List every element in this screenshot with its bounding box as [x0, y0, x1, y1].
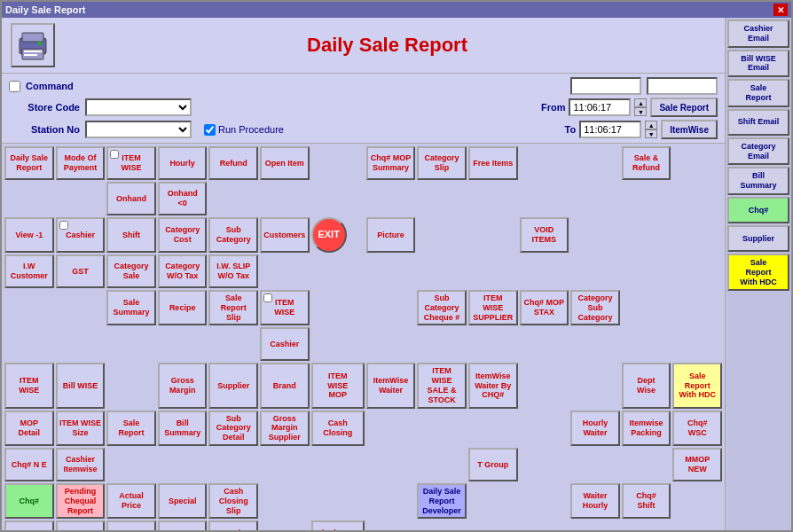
grid-btn-10-0[interactable]: Chq# MOP [4, 520, 54, 530]
grid-btn-0-1[interactable]: Mode Of Payment [56, 146, 106, 180]
grid-btn-8-13[interactable]: MMOP NEW [672, 448, 722, 481]
grid-btn-9-2[interactable]: Actual Price [106, 483, 156, 519]
grid-btn-7-12[interactable]: Itemwise Packing [622, 411, 671, 446]
grid-btn-6-5[interactable]: Brand [260, 363, 310, 408]
grid-btn-4-10[interactable]: Chq# MOP STAX [520, 290, 569, 325]
to-spin-down[interactable]: ▼ [645, 129, 657, 138]
grid-btn-6-1[interactable]: Bill WISE [56, 363, 106, 408]
sidebar-item-7[interactable]: Supplier [727, 225, 789, 252]
grid-btn-7-0[interactable]: MOP Detail [4, 411, 54, 446]
sidebar-item-1[interactable]: Bill WISE Email [727, 50, 789, 78]
grid-btn-7-2[interactable]: Sale Report [106, 411, 156, 446]
sidebar-item-3[interactable]: Shift Email [727, 109, 789, 136]
grid-btn-2-2[interactable]: Shift [106, 217, 156, 253]
grid-btn-0-2[interactable]: ITEM WISE [106, 146, 156, 180]
checkbox-2-1[interactable] [59, 221, 68, 230]
grid-btn-9-11[interactable]: Waiter Hourly [570, 483, 620, 519]
from-time-input[interactable] [569, 98, 631, 116]
grid-btn-3-3[interactable]: Category W/O Tax [158, 254, 208, 288]
grid-btn-6-13[interactable]: Sale Report With HDC [672, 363, 722, 408]
grid-btn-1-2[interactable]: Onhand [106, 182, 156, 215]
grid-btn-0-4[interactable]: Refund [208, 146, 258, 180]
store-code-select[interactable] [85, 98, 192, 116]
run-procedure-checkbox[interactable] [204, 124, 216, 136]
close-button[interactable]: ✕ [773, 4, 788, 16]
grid-btn-6-4[interactable]: Supplier [208, 363, 258, 408]
grid-btn-6-3[interactable]: Gross Margin [158, 363, 208, 408]
grid-btn-8-1[interactable]: Cashier Itemwise [56, 448, 106, 481]
grid-btn-7-4[interactable]: Sub Category Detail [208, 411, 258, 446]
grid-btn-2-6[interactable]: EXIT [311, 217, 347, 253]
grid-btn-4-11[interactable]: Category Sub Category [570, 290, 620, 325]
grid-btn-0-3[interactable]: Hourly [158, 146, 208, 180]
grid-btn-2-4[interactable]: Sub Category [208, 217, 258, 253]
grid-btn-5-5[interactable]: Cashier [260, 327, 310, 361]
grid-btn-4-9[interactable]: ITEM WISE SUPPLIER [468, 290, 518, 325]
grid-btn-3-1[interactable]: GST [56, 254, 106, 288]
sidebar-item-4[interactable]: Category Email [727, 137, 789, 166]
to-spin-up[interactable]: ▲ [645, 121, 657, 129]
grid-btn-6-0[interactable]: ITEM WISE [4, 363, 54, 408]
sidebar-item-8[interactable]: Sale Report With HDC [727, 254, 789, 291]
grid-btn-7-1[interactable]: ITEM WISE Size [56, 411, 106, 446]
grid-btn-2-10[interactable]: VOID ITEMS [520, 217, 569, 253]
grid-btn-3-0[interactable]: I.W Customer [4, 254, 54, 288]
grid-btn-10-1[interactable]: Chq# S/C [56, 520, 106, 530]
grid-btn-0-7[interactable]: Chq# MOP Summary [366, 146, 416, 180]
to-time-input[interactable] [579, 121, 641, 138]
grid-btn-3-2[interactable]: Category Sale [106, 254, 156, 288]
from-spin-up[interactable]: ▲ [634, 98, 647, 107]
grid-btn-9-3[interactable]: Special [158, 483, 208, 519]
grid-btn-10-4[interactable]: Cash Closing [208, 520, 258, 530]
grid-btn-4-5[interactable]: ITEM WISE [260, 290, 310, 325]
grid-btn-3-4[interactable]: I.W. SLIP W/O Tax [208, 254, 258, 288]
grid-btn-9-0[interactable]: Chq# [4, 483, 54, 519]
checkbox-4-5[interactable] [263, 293, 272, 302]
from-input-top[interactable] [570, 77, 641, 95]
grid-btn-7-13[interactable]: Chq# WSC [672, 411, 722, 446]
grid-btn-0-0[interactable]: Daily Sale Report [4, 146, 54, 180]
grid-btn-9-4[interactable]: Cash Closing Slip [208, 483, 258, 519]
from-spin-down[interactable]: ▼ [634, 107, 647, 116]
grid-btn-6-6[interactable]: ITEM WISE MOP [311, 363, 365, 408]
grid-btn-0-8[interactable]: Category Slip [417, 146, 467, 180]
grid-btn-9-1[interactable]: Pending Chequal Report [56, 483, 106, 519]
grid-btn-7-5[interactable]: Gross Margin Supplier [260, 411, 310, 446]
grid-btn-2-5[interactable]: Customers [260, 217, 310, 253]
grid-btn-7-6[interactable]: Cash Closing [311, 411, 365, 446]
grid-btn-4-2[interactable]: Sale Summary [106, 290, 156, 325]
grid-btn-4-3[interactable]: Recipe [158, 290, 208, 325]
grid-btn-6-8[interactable]: ITEM WISE SALE & STOCK [417, 363, 467, 408]
grid-btn-2-3[interactable]: Category Cost [158, 217, 208, 253]
station-no-select[interactable] [85, 121, 192, 138]
grid-btn-0-5[interactable]: Open Item [260, 146, 310, 180]
grid-btn-6-9[interactable]: ItemWise Waiter By CHQ# [468, 363, 518, 408]
grid-btn-9-8[interactable]: Daily Sale Report Developer [417, 483, 467, 519]
grid-btn-0-12[interactable]: Sale & Refund [622, 146, 671, 180]
grid-btn-8-9[interactable]: T Group [468, 448, 518, 481]
grid-btn-10-3[interactable]: Chq# Temp [158, 520, 208, 530]
sale-report-btn[interactable]: Sale Report [650, 98, 718, 117]
sidebar-item-2[interactable]: Sale Report [727, 79, 789, 107]
grid-btn-7-3[interactable]: Bill Summary [158, 411, 208, 446]
grid-btn-6-7[interactable]: ItemWise Waiter [366, 363, 416, 408]
grid-btn-4-4[interactable]: Sale Report Slip [208, 290, 258, 325]
grid-btn-4-8[interactable]: Sub Category Cheque # [417, 290, 467, 325]
grid-btn-2-0[interactable]: View -1 [4, 217, 54, 253]
to-input-top[interactable] [647, 77, 718, 95]
grid-btn-1-3[interactable]: Onhand <0 [158, 182, 208, 215]
command-checkbox[interactable] [9, 81, 20, 92]
grid-btn-8-0[interactable]: Chq# N E [4, 448, 54, 481]
sidebar-item-5[interactable]: Bill Summary [727, 167, 789, 195]
sidebar-item-6[interactable]: Chq# [727, 197, 789, 223]
grid-btn-6-12[interactable]: Dept Wise [622, 363, 671, 408]
grid-btn-0-9[interactable]: Free Items [468, 146, 518, 180]
grid-btn-7-11[interactable]: Hourly Waiter [570, 411, 620, 446]
item-wise-btn[interactable]: ItemWise [661, 120, 718, 139]
grid-btn-10-2[interactable]: Chq# Dis [106, 520, 156, 530]
checkbox-0-2[interactable] [110, 150, 119, 159]
grid-btn-2-1[interactable]: Cashier [56, 217, 106, 253]
grid-btn-2-7[interactable]: Picture [366, 217, 416, 253]
grid-btn-9-12[interactable]: Chq# Shift [622, 483, 671, 519]
grid-btn-10-6[interactable]: Single Item Commission [311, 520, 365, 530]
